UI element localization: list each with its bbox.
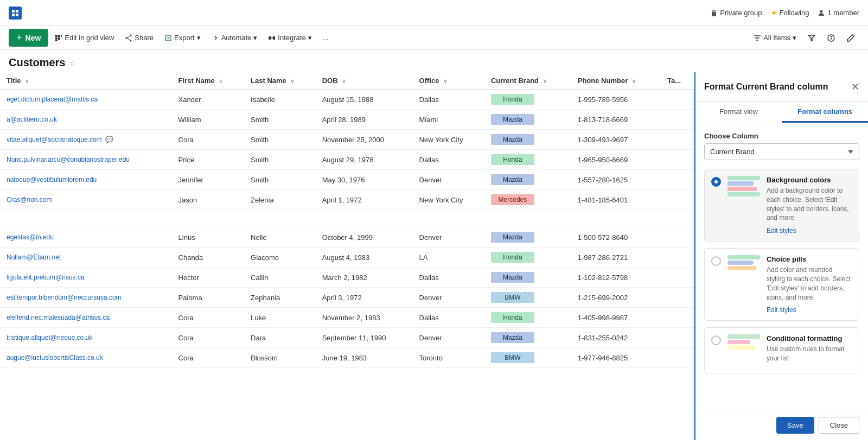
integrate-button[interactable]: Integrate ▾ <box>264 31 316 44</box>
more-button[interactable]: ... <box>318 31 333 44</box>
svg-rect-7 <box>61 35 62 37</box>
new-button[interactable]: + New <box>9 29 48 47</box>
tab-format-columns[interactable]: Format columns <box>782 102 868 123</box>
cell-current-brand: Mazda <box>484 130 571 150</box>
cell-phone: 1-215-699-2002 <box>571 288 661 308</box>
automate-icon <box>212 34 219 42</box>
bg-edit-styles-link[interactable]: Edit styles <box>767 227 796 234</box>
table-row[interactable]: Cras@non.comJasonZeleniaApril 1, 1972New… <box>0 190 694 210</box>
toolbar: + New Edit in grid view Share X Export ▾… <box>0 26 868 50</box>
save-button[interactable]: Save <box>776 417 814 434</box>
svg-rect-1 <box>16 10 18 12</box>
col-office[interactable]: Office ∨ <box>413 72 484 90</box>
brand-pill: Honda <box>491 154 534 165</box>
table-row[interactable]: egestas@in.eduLinusNelleOctober 4, 1999D… <box>0 227 694 248</box>
col-title[interactable]: Title ∨ <box>0 72 172 90</box>
svg-rect-5 <box>55 35 58 37</box>
table-container[interactable]: Title ∨ First Name ∨ Last Name ∨ DOB ∨ O… <box>0 72 694 440</box>
share-button[interactable]: Share <box>120 31 158 44</box>
info-button[interactable] <box>822 31 840 45</box>
export-icon: X <box>164 34 172 42</box>
edit-grid-button[interactable]: Edit in grid view <box>50 31 118 44</box>
close-panel-button[interactable]: Close <box>819 417 859 434</box>
export-button[interactable]: X Export ▾ <box>160 31 205 44</box>
format-option-info-conditional: Conditional formatting Use custom rules … <box>767 334 852 366</box>
table-row[interactable]: Nunc.pulvinar.arcu@conubianostraper.eduP… <box>0 150 694 170</box>
edit-button[interactable] <box>842 31 859 45</box>
col-ta[interactable]: Ta... <box>661 72 694 90</box>
table-row[interactable]: ligula.elit.pretium@risus.caHectorCailin… <box>0 268 694 288</box>
panel-close-button[interactable]: ✕ <box>851 81 859 93</box>
format-option-choice-pills[interactable]: Choice pills Add color and rounded styli… <box>704 248 859 321</box>
cell-office: Denver <box>413 288 484 308</box>
cell-last-name: Isabelle <box>244 90 316 110</box>
cell-current-brand: Honda <box>484 308 571 328</box>
cell-first-name: Jennifer <box>172 170 244 190</box>
top-bar-right: Private group ★ Following 1 member <box>710 9 859 17</box>
cell-extra <box>661 130 694 150</box>
panel-footer: Save Close <box>695 410 868 440</box>
share-icon <box>125 34 132 42</box>
top-bar: Private group ★ Following 1 member <box>0 0 868 26</box>
table-row[interactable]: eget.dictum.placerat@mattis.caXanderIsab… <box>0 90 694 110</box>
pills-edit-styles-link[interactable]: Edit styles <box>767 306 796 314</box>
table-row[interactable]: a@aclibero.co.ukWilliamSmithApril 28, 19… <box>0 110 694 130</box>
radio-background-colors[interactable] <box>711 177 721 187</box>
cell-office: Dallas <box>413 150 484 170</box>
cell-first-name: Cora <box>172 328 244 348</box>
cell-office: Denver <box>413 227 484 248</box>
svg-rect-19 <box>273 36 275 40</box>
cell-first-name: William <box>172 110 244 130</box>
choose-column-select[interactable]: Current Brand <box>704 143 859 160</box>
cell-first-name: Linus <box>172 227 244 248</box>
preview-bar-green2 <box>727 192 760 196</box>
all-items-button[interactable]: All Items ▾ <box>749 31 801 44</box>
format-option-conditional[interactable]: Conditional formatting Use custom rules … <box>704 327 859 373</box>
cell-current-brand: Honda <box>484 248 571 268</box>
table-row[interactable]: eleifend.nec.malesuada@atrisus.caCoraLuk… <box>0 308 694 328</box>
col-phone-number[interactable]: Phone Number ∨ <box>571 72 661 90</box>
col-last-name[interactable]: Last Name ∨ <box>244 72 316 90</box>
table-row[interactable]: tristique.aliquet@neque.co.ukCoraDaraSep… <box>0 328 694 348</box>
cell-current-brand: Mazda <box>484 170 571 190</box>
radio-conditional[interactable] <box>711 335 721 345</box>
preview-bar-blue <box>727 181 754 186</box>
table-row[interactable]: Nullam@Etiam.netChandaGiacomoAugust 4, 1… <box>0 248 694 268</box>
col-first-name[interactable]: First Name ∨ <box>172 72 244 90</box>
panel-body[interactable]: Choose Column Current Brand Background c… <box>695 123 868 410</box>
cell-first-name: Cora <box>172 308 244 328</box>
cell-last-name: Giacomo <box>244 248 316 268</box>
preview-pill-blue <box>727 261 754 265</box>
table-row[interactable]: natoque@vestibulumlorem.eduJenniferSmith… <box>0 170 694 190</box>
col-current-brand[interactable]: Current Brand ∨ <box>484 72 571 90</box>
cell-current-brand: Mazda <box>484 268 571 288</box>
cell-current-brand: Mazda <box>484 328 571 348</box>
cell-last-name: Smith <box>244 110 316 130</box>
automate-button[interactable]: Automate ▾ <box>207 31 262 44</box>
cell-title: tristique.aliquet@neque.co.uk <box>0 328 172 348</box>
cell-phone: 1-405-998-9987 <box>571 308 661 328</box>
table-row[interactable]: est.tempor.bibendum@neccursusa.comPaloma… <box>0 288 694 308</box>
cell-current-brand: BMW <box>484 348 571 368</box>
table-row[interactable]: vitae.aliquet@sociisnatoque.com💬CoraSmit… <box>0 130 694 150</box>
cell-extra <box>661 348 694 368</box>
cell-title: augue@luctuslobortisClass.co.uk <box>0 348 172 368</box>
col-dob[interactable]: DOB ∨ <box>316 72 413 90</box>
cell-current-brand: Mazda <box>484 110 571 130</box>
favorite-star[interactable]: ☆ <box>69 59 76 67</box>
cell-title: a@aclibero.co.uk <box>0 110 172 130</box>
format-option-background-colors[interactable]: Background colors Add a background color… <box>704 169 859 242</box>
cell-dob: September 11, 1990 <box>316 328 413 348</box>
cell-phone: 1-831-255-0242 <box>571 328 661 348</box>
brand-pill: Honda <box>491 252 534 263</box>
following-item[interactable]: ★ Following <box>771 9 809 17</box>
radio-choice-pills[interactable] <box>711 256 721 266</box>
filter-button[interactable] <box>803 31 820 45</box>
table-row[interactable]: augue@luctuslobortisClass.co.ukCoraBloss… <box>0 348 694 368</box>
svg-rect-6 <box>58 35 60 37</box>
cell-extra <box>661 170 694 190</box>
tab-format-view[interactable]: Format view <box>695 102 782 123</box>
pills-title: Choice pills <box>767 255 852 263</box>
cell-phone: 1-813-718-6669 <box>571 110 661 130</box>
chat-icon[interactable]: 💬 <box>105 136 113 143</box>
